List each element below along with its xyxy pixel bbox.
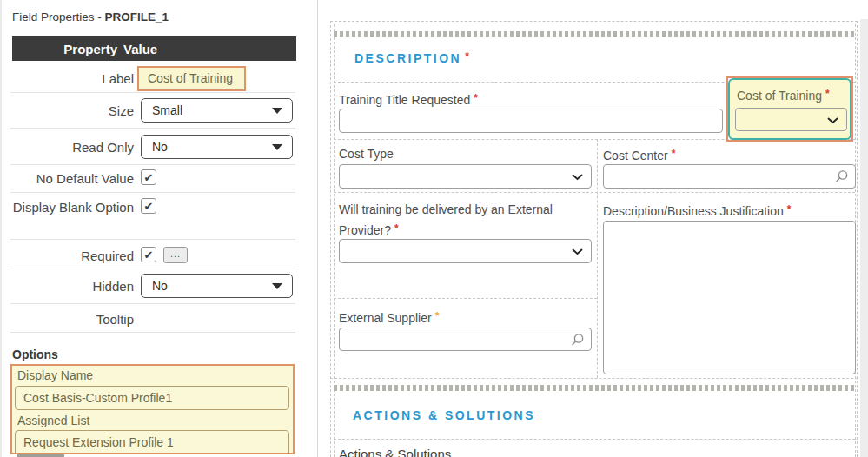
provider-text: Will training be delivered by an Externa…: [339, 202, 553, 237]
drop-indicator: [334, 385, 855, 391]
scrollbar-track[interactable]: [860, 19, 868, 457]
required-asterisk: *: [787, 203, 792, 215]
cost-type-select[interactable]: [339, 164, 592, 189]
grid-line: [334, 439, 855, 440]
search-icon: [834, 169, 849, 184]
dropdown-arrow-icon: [272, 283, 282, 289]
options-highlight-box: Display Name Cost Basis-Custom Profile1 …: [10, 364, 295, 454]
readonly-row-label: Read Only: [10, 137, 134, 158]
provider-label: Will training be delivered by an Externa…: [339, 200, 595, 240]
form-canvas: DESCRIPTION* Training Title Requested* C…: [318, 0, 868, 457]
required-row-label: Required: [10, 246, 134, 267]
description-section-header: DESCRIPTION*: [354, 50, 471, 65]
row-divider: [10, 303, 295, 304]
cost-center-search-input[interactable]: [603, 164, 856, 189]
tooltip-row-label: Tooltip: [10, 309, 134, 330]
external-supplier-search-input[interactable]: [339, 328, 592, 351]
hidden-row-label: Hidden: [10, 276, 134, 297]
required-more-button[interactable]: ...: [163, 247, 188, 263]
training-title-text: Training Title Requested: [339, 93, 470, 107]
assigned-list-value[interactable]: Request Extension Profile 1: [15, 430, 289, 454]
description-justification-text: Description/Business Justification: [603, 204, 784, 218]
readonly-select[interactable]: No: [141, 135, 293, 159]
external-supplier-text: External Supplier: [339, 311, 432, 325]
cost-center-text: Cost Center: [603, 149, 668, 162]
size-row-label: Size: [10, 101, 134, 122]
description-justification-textarea[interactable]: [603, 221, 856, 374]
training-title-input[interactable]: [339, 109, 723, 133]
cost-of-training-field-highlight[interactable]: Cost of Training*: [726, 76, 853, 142]
description-justification-label: Description/Business Justification*: [603, 200, 791, 221]
displayblank-row-label: Display Blank Option: [10, 197, 134, 218]
row-divider: [10, 128, 295, 129]
grid-line: [334, 24, 335, 457]
search-icon: [570, 333, 585, 348]
cost-of-training-select[interactable]: [735, 108, 847, 131]
drop-indicator: [334, 31, 855, 37]
nodefault-checkbox[interactable]: ✔: [141, 169, 156, 185]
provider-select[interactable]: [339, 239, 592, 263]
dropdown-arrow-icon: [272, 144, 282, 150]
displayblank-checkbox[interactable]: ✔: [141, 198, 156, 214]
required-checkbox[interactable]: ✔: [141, 247, 156, 262]
dropdown-arrow-icon: [272, 108, 282, 114]
row-divider: [10, 239, 295, 240]
description-section-title: DESCRIPTION: [354, 51, 461, 65]
label-row-label: Label: [10, 69, 134, 89]
property-value-header: Property Value: [12, 36, 296, 61]
screen: Field Properties - PROFILE_1 Property Va…: [0, 0, 868, 457]
column-divider: [597, 139, 598, 378]
panel-title-field-name: PROFILE_1: [105, 10, 169, 23]
chevron-down-icon: [827, 117, 838, 124]
required-asterisk: *: [825, 88, 830, 100]
row-divider: [10, 92, 295, 93]
required-asterisk: *: [672, 148, 676, 160]
display-name-label: Display Name: [17, 368, 93, 382]
required-asterisk: *: [465, 50, 471, 63]
row-divider: [10, 164, 295, 165]
field-properties-panel: Field Properties - PROFILE_1 Property Va…: [0, 0, 318, 457]
required-asterisk-orange: *: [435, 310, 440, 322]
size-select-value: Small: [152, 103, 182, 117]
cost-center-label: Cost Center*: [603, 144, 675, 165]
cost-of-training-text: Cost of Training: [737, 89, 822, 103]
cost-of-training-field: Cost of Training*: [728, 78, 851, 140]
chevron-down-icon: [572, 174, 583, 181]
size-select[interactable]: Small: [141, 98, 293, 123]
row-divider: [10, 332, 295, 333]
required-asterisk: *: [474, 92, 478, 104]
nodefault-row-label: No Default Value: [10, 169, 134, 189]
grid-line: [334, 192, 855, 193]
grid-line: [330, 378, 858, 379]
cost-of-training-label: Cost of Training*: [737, 88, 830, 103]
hidden-select-value: No: [152, 279, 168, 293]
actions-section-header: ACTIONS & SOLUTIONS: [353, 408, 535, 422]
cost-type-label: Cost Type: [339, 144, 394, 163]
external-supplier-label: External Supplier*: [339, 307, 439, 328]
readonly-select-value: No: [152, 140, 168, 154]
header-property: Property: [12, 42, 117, 56]
header-value: Value: [123, 42, 157, 56]
panel-title: Field Properties - PROFILE_1: [12, 10, 169, 23]
training-title-label: Training Title Requested*: [339, 89, 478, 109]
panel-title-prefix: Field Properties -: [12, 10, 105, 23]
grid-line: [334, 298, 597, 299]
row-divider: [10, 268, 295, 268]
label-value-highlight[interactable]: Cost of Training: [137, 66, 246, 91]
options-heading: Options: [12, 348, 58, 361]
hidden-select[interactable]: No: [141, 274, 293, 298]
chevron-down-icon: [572, 248, 583, 255]
actions-solutions-label: Actions & Solutions: [339, 445, 451, 457]
row-divider: [10, 192, 295, 193]
display-name-value[interactable]: Cost Basis-Custom Profile1: [15, 386, 289, 410]
assigned-list-label: Assigned List: [17, 414, 89, 427]
required-asterisk: *: [394, 222, 399, 235]
